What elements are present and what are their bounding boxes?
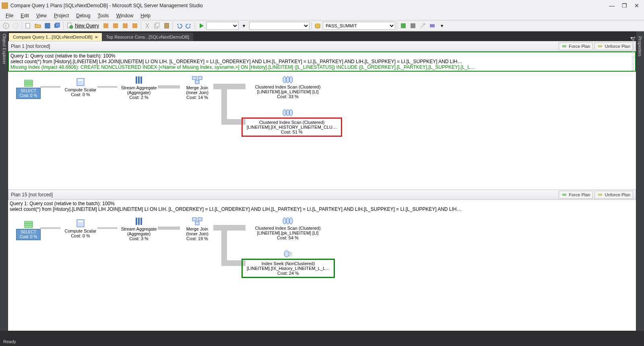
tool-icon-a[interactable] xyxy=(399,21,408,30)
svg-rect-11 xyxy=(132,23,137,28)
menu-debug[interactable]: Debug xyxy=(73,12,93,19)
nav-fwd-icon[interactable] xyxy=(11,21,20,30)
nav-back-icon[interactable] xyxy=(2,21,10,30)
menu-file[interactable]: File xyxy=(2,12,17,19)
menu-window[interactable]: Window xyxy=(113,12,137,19)
copy-icon[interactable] xyxy=(153,21,161,30)
menu-edit[interactable]: Edit xyxy=(17,12,32,19)
svg-rect-18 xyxy=(430,24,435,27)
app-icon xyxy=(2,2,8,9)
tool-icon-d[interactable] xyxy=(428,21,437,30)
play-icon[interactable] xyxy=(197,21,206,30)
svg-rect-13 xyxy=(156,23,159,27)
paste-icon[interactable] xyxy=(162,21,171,30)
open-icon[interactable] xyxy=(33,21,42,30)
svg-rect-8 xyxy=(103,23,108,28)
tool-icon-b[interactable] xyxy=(409,21,417,30)
new-query-icon xyxy=(67,23,73,29)
redo-icon[interactable] xyxy=(184,21,193,30)
undo-icon[interactable] xyxy=(175,21,184,30)
tool-icon-2[interactable] xyxy=(111,21,120,30)
menu-help[interactable]: Help xyxy=(137,12,154,19)
svg-rect-14 xyxy=(165,23,169,28)
dropdown-icon[interactable]: ▾ xyxy=(239,21,248,30)
svg-rect-10 xyxy=(123,23,128,28)
window-title: Compare Query 1 Plans [SQLvNextDemoDB] -… xyxy=(10,3,609,8)
close-button[interactable]: ✕ xyxy=(634,3,639,8)
menu-view[interactable]: View xyxy=(33,12,50,19)
svg-rect-5 xyxy=(56,23,60,27)
combo-1[interactable] xyxy=(206,22,239,30)
svg-rect-9 xyxy=(113,23,118,28)
database-selector[interactable]: PASS_SUMMIT xyxy=(323,22,395,30)
svg-rect-3 xyxy=(45,23,50,28)
tool-icon-4[interactable] xyxy=(130,21,139,30)
svg-rect-2 xyxy=(26,23,30,28)
svg-rect-16 xyxy=(401,23,406,28)
tool-icon-1[interactable] xyxy=(101,21,110,30)
svg-point-0 xyxy=(3,23,9,29)
tool-icon-c[interactable] xyxy=(418,21,427,30)
svg-rect-17 xyxy=(411,23,415,28)
combo-2[interactable] xyxy=(249,22,310,30)
svg-point-7 xyxy=(70,25,73,29)
cut-icon[interactable] xyxy=(143,21,152,30)
db-icon xyxy=(313,21,322,30)
save-icon[interactable] xyxy=(43,21,52,30)
toolbar: New Query ▾ PASS_SUMMIT ▾ xyxy=(0,20,644,31)
tool-icon-e[interactable]: ▾ xyxy=(438,21,446,30)
saveall-icon[interactable] xyxy=(53,21,62,30)
tool-icon-3[interactable] xyxy=(121,21,130,30)
minimize-button[interactable]: — xyxy=(609,3,615,8)
menu-tools[interactable]: Tools xyxy=(95,12,112,19)
menubar: File Edit View Project Debug Tools Windo… xyxy=(0,11,644,20)
titlebar: Compare Query 1 Plans [SQLvNextDemoDB] -… xyxy=(0,0,644,11)
maximize-button[interactable]: ❐ xyxy=(622,3,627,8)
new-query-button[interactable]: New Query xyxy=(65,23,101,29)
menu-project[interactable]: Project xyxy=(51,12,72,19)
new-icon[interactable] xyxy=(24,21,33,30)
svg-point-1 xyxy=(13,23,19,29)
